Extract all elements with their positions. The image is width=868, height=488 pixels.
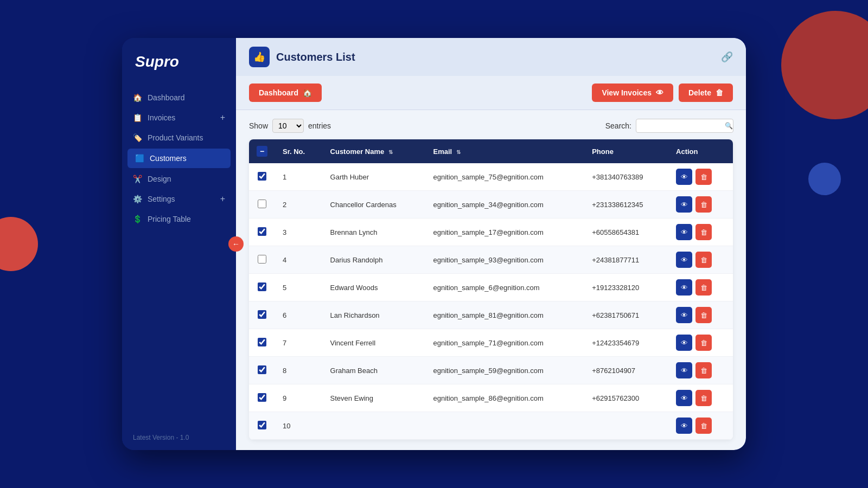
row-srno: 10 (275, 412, 323, 440)
trash-icon: 🗑 (700, 422, 707, 430)
row-delete-button[interactable]: 🗑 (695, 252, 712, 268)
main-content: 👍 Customers List 🔗 Dashboard 🏠 View Invo… (236, 38, 746, 450)
view-icon: 👁 (656, 88, 663, 97)
row-delete-button[interactable]: 🗑 (695, 224, 712, 240)
row-checkbox[interactable] (258, 255, 266, 264)
row-view-button[interactable]: 👁 (676, 196, 692, 213)
row-checkbox[interactable] (258, 365, 266, 374)
sidebar-nav: 🏠 Dashboard 📋 Invoices + 🏷️ Product Vari… (122, 84, 236, 425)
row-srno: 5 (275, 274, 323, 301)
dashboard-button[interactable]: Dashboard 🏠 (249, 84, 322, 102)
show-entries: Show 10 25 50 100 entries (249, 119, 331, 133)
row-view-button[interactable]: 👁 (676, 362, 692, 378)
row-checkbox[interactable] (258, 338, 266, 346)
row-delete-button[interactable]: 🗑 (695, 169, 712, 185)
row-checkbox[interactable] (258, 393, 266, 402)
row-view-button[interactable]: 👁 (676, 390, 692, 406)
sidebar-collapse-button[interactable]: ← (228, 236, 244, 252)
row-name: Lan Richardson (323, 301, 426, 329)
row-view-button[interactable]: 👁 (676, 224, 692, 240)
view-invoices-button[interactable]: View Invoices 👁 (592, 84, 673, 102)
sidebar-item-pricing-table[interactable]: 💲 Pricing Table (122, 209, 236, 229)
row-delete-button[interactable]: 🗑 (695, 335, 712, 351)
row-checkbox-cell (249, 384, 275, 412)
row-email: egnition_sample_71@egnition.com (426, 329, 585, 357)
bg-circle-blue-right (808, 163, 841, 195)
link-icon[interactable]: 🔗 (721, 51, 733, 63)
row-email: egnition_sample_81@egnition.com (426, 301, 585, 329)
header-email: Email ⇅ (426, 139, 585, 163)
row-phone: +19123328120 (584, 274, 668, 301)
row-name: Darius Randolph (323, 246, 426, 274)
row-view-button[interactable]: 👁 (676, 418, 692, 434)
table-row: 1 Garth Huber egnition_sample_75@egnitio… (249, 163, 733, 191)
row-srno: 2 (275, 191, 323, 219)
trash-icon: 🗑 (700, 367, 707, 375)
row-view-button[interactable]: 👁 (676, 307, 692, 323)
row-phone: +12423354679 (584, 329, 668, 357)
sidebar-item-design[interactable]: ✂️ Design (122, 169, 236, 189)
row-phone: +24381877711 (584, 246, 668, 274)
page-header-left: 👍 Customers List (249, 47, 355, 67)
sidebar-item-settings[interactable]: ⚙️ Settings + (122, 189, 236, 209)
sidebar-item-customers[interactable]: 🟦 Customers (127, 149, 231, 168)
row-checkbox[interactable] (258, 172, 266, 181)
row-email (426, 412, 585, 440)
trash-icon: 🗑 (700, 311, 707, 319)
settings-plus-icon[interactable]: + (220, 194, 225, 204)
action-buttons: 👁 🗑 (676, 252, 725, 268)
sidebar: Supro ← 🏠 Dashboard 📋 Invoices + 🏷️ Prod… (122, 38, 236, 450)
select-all-button[interactable]: − (257, 146, 267, 157)
row-delete-button[interactable]: 🗑 (695, 279, 712, 296)
toolbar-right: View Invoices 👁 Delete 🗑 (592, 84, 733, 102)
sidebar-item-label: Design (148, 175, 171, 183)
table-row: 9 Steven Ewing egnition_sample_86@egniti… (249, 384, 733, 412)
row-delete-button[interactable]: 🗑 (695, 390, 712, 406)
row-action: 👁 🗑 (668, 191, 733, 219)
entries-select[interactable]: 10 25 50 100 (272, 119, 304, 133)
table-row: 6 Lan Richardson egnition_sample_81@egni… (249, 301, 733, 329)
row-checkbox[interactable] (258, 200, 266, 208)
header-customer-name: Customer Name ⇅ (323, 139, 426, 163)
row-checkbox[interactable] (258, 310, 266, 319)
page-title: Customers List (276, 51, 355, 63)
row-view-button[interactable]: 👁 (676, 335, 692, 351)
row-action: 👁 🗑 (668, 246, 733, 274)
action-buttons: 👁 🗑 (676, 224, 725, 240)
invoices-plus-icon[interactable]: + (220, 113, 225, 123)
row-checkbox[interactable] (258, 282, 266, 291)
row-checkbox-cell (249, 246, 275, 274)
sidebar-item-invoices[interactable]: 📋 Invoices + (122, 107, 236, 128)
trash-icon: 🗑 (700, 339, 707, 347)
sort-icon-name[interactable]: ⇅ (388, 149, 393, 155)
row-delete-button[interactable]: 🗑 (695, 362, 712, 378)
row-checkbox[interactable] (258, 421, 266, 429)
header-checkbox-cell: − (249, 139, 275, 163)
table-body: 1 Garth Huber egnition_sample_75@egnitio… (249, 163, 733, 440)
sort-icon-email[interactable]: ⇅ (456, 149, 461, 155)
toolbar: Dashboard 🏠 View Invoices 👁 Delete 🗑 (236, 76, 746, 110)
row-view-button[interactable]: 👁 (676, 169, 692, 185)
row-name: Vincent Ferrell (323, 329, 426, 357)
row-checkbox-cell (249, 274, 275, 301)
delete-button[interactable]: Delete 🗑 (679, 84, 733, 102)
row-checkbox[interactable] (258, 227, 266, 236)
row-delete-button[interactable]: 🗑 (695, 196, 712, 213)
table-row: 7 Vincent Ferrell egnition_sample_71@egn… (249, 329, 733, 357)
row-email: egnition_sample_17@egnition.com (426, 219, 585, 246)
row-checkbox-cell (249, 329, 275, 357)
row-delete-button[interactable]: 🗑 (695, 307, 712, 323)
table-header-row: − Sr. No. Customer Name ⇅ Email ⇅ Phone … (249, 139, 733, 163)
row-delete-button[interactable]: 🗑 (695, 418, 712, 434)
show-label: Show (249, 121, 268, 130)
search-label: Search: (605, 121, 631, 130)
trash-icon: 🗑 (700, 256, 707, 264)
sidebar-item-dashboard[interactable]: 🏠 Dashboard (122, 88, 236, 107)
bg-circle-red-left (0, 217, 38, 271)
row-view-button[interactable]: 👁 (676, 279, 692, 296)
row-view-button[interactable]: 👁 (676, 252, 692, 268)
row-action: 👁 🗑 (668, 301, 733, 329)
search-input[interactable] (636, 119, 733, 133)
sidebar-item-product-variants[interactable]: 🏷️ Product Variants (122, 128, 236, 147)
row-srno: 7 (275, 329, 323, 357)
